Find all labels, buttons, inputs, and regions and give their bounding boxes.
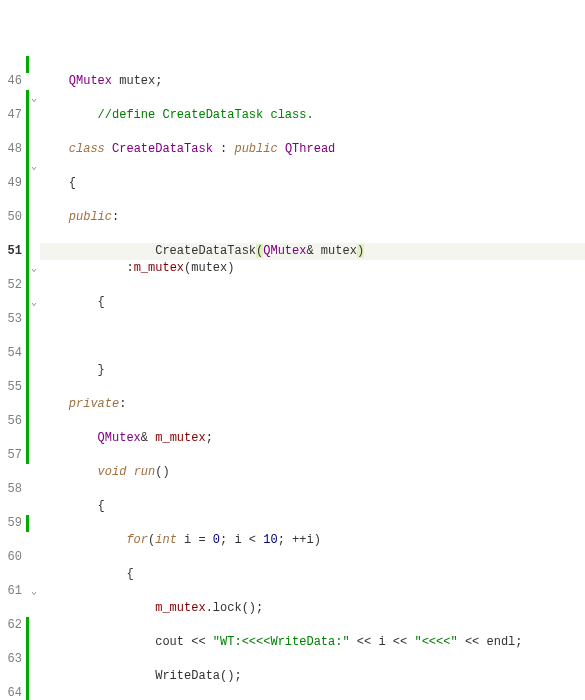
fold-chevron-icon[interactable]: ⌄ (30, 260, 38, 277)
code-line[interactable]: :m_mutex(mutex) (40, 260, 585, 277)
line-number: 64 (0, 685, 22, 700)
code-line-current[interactable]: CreateDataTask(QMutex& mutex) (40, 243, 585, 260)
code-line[interactable]: { (40, 498, 585, 515)
code-editor[interactable]: 46 47 48 49 50 51 52 53 54 55 56 57 58 5… (0, 56, 585, 700)
fold-chevron-icon[interactable]: ⌄ (30, 294, 38, 311)
change-marker-icon (26, 515, 29, 532)
change-marker-icon (26, 243, 29, 260)
fold-chevron-icon[interactable]: ⌄ (30, 583, 38, 600)
code-line[interactable]: for(int i = 0; i < 10; ++i) (40, 532, 585, 549)
code-line[interactable]: QMutex& m_mutex; (40, 430, 585, 447)
code-area[interactable]: QMutex mutex; //define CreateDataTask cl… (38, 56, 585, 700)
change-marker-icon (26, 345, 29, 362)
code-line[interactable]: { (40, 175, 585, 192)
code-line[interactable] (40, 328, 585, 345)
code-line[interactable]: m_mutex.lock(); (40, 600, 585, 617)
change-marker-icon (26, 192, 29, 209)
change-marker-icon (26, 430, 29, 447)
code-line[interactable]: { (40, 566, 585, 583)
change-marker-icon (26, 379, 29, 396)
change-marker-icon (26, 209, 29, 226)
change-marker-icon (26, 396, 29, 413)
code-line[interactable]: //define CreateDataTask class. (40, 107, 585, 124)
code-line[interactable]: class CreateDataTask : public QThread (40, 141, 585, 158)
change-marker-icon (26, 277, 29, 294)
code-line[interactable]: QMutex mutex; (40, 73, 585, 90)
change-marker-icon (26, 413, 29, 430)
code-line[interactable]: public: (40, 209, 585, 226)
line-number: 49 (0, 175, 22, 192)
code-line[interactable]: } (40, 362, 585, 379)
line-number: 46 (0, 73, 22, 90)
line-number: 59 (0, 515, 22, 532)
line-number: 55 (0, 379, 22, 396)
line-number: 47 (0, 107, 22, 124)
change-marker-icon (26, 617, 29, 634)
change-marker-icon (26, 311, 29, 328)
change-marker-icon (26, 668, 29, 685)
line-number: 53 (0, 311, 22, 328)
line-number: 50 (0, 209, 22, 226)
change-marker-icon (26, 90, 29, 107)
change-marker-icon (26, 328, 29, 345)
line-number: 58 (0, 481, 22, 498)
line-number: 48 (0, 141, 22, 158)
change-marker-icon (26, 158, 29, 175)
change-marker-icon (26, 124, 29, 141)
line-number-gutter: 46 47 48 49 50 51 52 53 54 55 56 57 58 5… (0, 56, 26, 700)
change-marker-icon (26, 56, 29, 73)
change-marker-icon (26, 294, 29, 311)
change-marker-icon (26, 260, 29, 277)
fold-chevron-icon[interactable]: ⌄ (30, 90, 38, 107)
code-line[interactable]: void run() (40, 464, 585, 481)
change-marker-icon (26, 175, 29, 192)
line-number: 57 (0, 447, 22, 464)
line-number: 56 (0, 413, 22, 430)
code-line[interactable]: private: (40, 396, 585, 413)
line-number: 60 (0, 549, 22, 566)
line-number: 51 (0, 243, 22, 260)
change-marker-icon (26, 651, 29, 668)
line-number: 54 (0, 345, 22, 362)
code-line[interactable]: cout << "WT:<<<<WriteData:" << i << "<<<… (40, 634, 585, 651)
line-number: 52 (0, 277, 22, 294)
change-marker-icon (26, 226, 29, 243)
line-number: 63 (0, 651, 22, 668)
change-marker-icon (26, 141, 29, 158)
line-number: 62 (0, 617, 22, 634)
change-marker-icon (26, 447, 29, 464)
code-line[interactable]: { (40, 294, 585, 311)
marker-gutter: ⌄⌄⌄⌄⌄ (26, 56, 38, 700)
fold-chevron-icon[interactable]: ⌄ (30, 158, 38, 175)
change-marker-icon (26, 362, 29, 379)
line-number: 61 (0, 583, 22, 600)
change-marker-icon (26, 685, 29, 700)
change-marker-icon (26, 107, 29, 124)
change-marker-icon (26, 634, 29, 651)
code-line[interactable]: WriteData(); (40, 668, 585, 685)
